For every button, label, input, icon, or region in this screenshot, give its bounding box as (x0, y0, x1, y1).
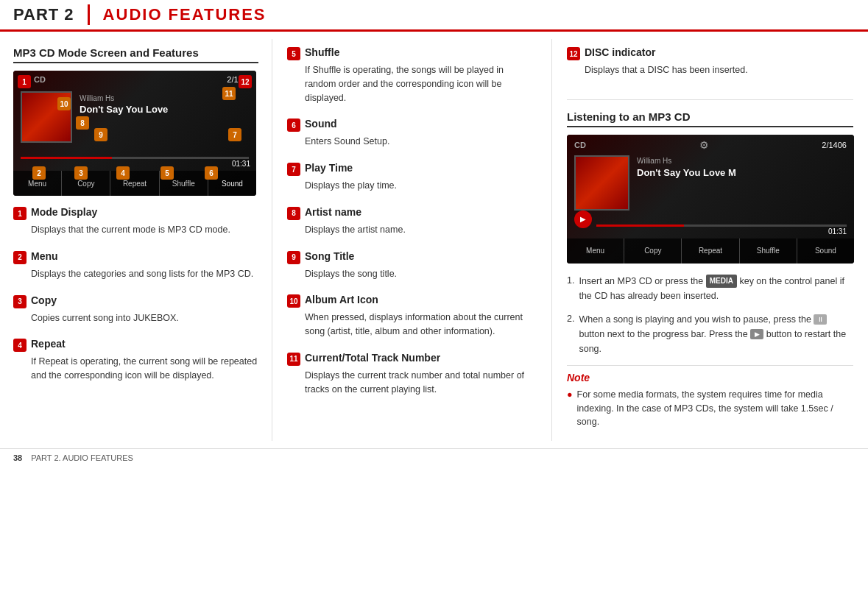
page-header: PART 2 AUDIO FEATURES (0, 0, 868, 32)
listen-progress-fill (596, 224, 684, 227)
middle-column: 5 Shuffle If Shuffle is operating, the s… (272, 39, 552, 441)
feature-7-name: Play Time (305, 162, 353, 174)
feature-4-badge: 4 (13, 339, 27, 352)
feature-4-name: Repeat (31, 338, 66, 350)
badge-4: 4 (116, 166, 130, 180)
feature-2-desc: Displays the categories and song lists f… (13, 267, 258, 281)
note-text-1: For some media formats, the system requi… (577, 388, 853, 429)
step-2-text: When a song is playing and you wish to p… (579, 312, 853, 356)
page-number: 38 (13, 453, 22, 462)
mp3-screen: 1 12 11 10 8 9 7 CD 2/1406 William Hs (13, 71, 256, 196)
step-2: 2. When a song is playing and you wish t… (567, 312, 853, 356)
disc-section: 12 DISC indicator Displays that a DISC h… (567, 46, 853, 100)
feature-2-badge: 2 (13, 251, 27, 264)
note-bullet: ● (567, 388, 573, 429)
feature-1-badge: 1 (13, 207, 27, 220)
pause-btn-icon: ⏸ (814, 314, 827, 325)
feature-8-badge: 8 (287, 207, 300, 220)
listen-btn-repeat[interactable]: Repeat (682, 238, 739, 264)
feature-1: 1 Mode Display Displays that the current… (13, 206, 258, 237)
feature-5-name: Shuffle (305, 46, 339, 58)
screen-btn-repeat-label: Repeat (123, 180, 147, 188)
feature-5-badge: 5 (287, 47, 300, 60)
feature-11-header: 11 Current/Total Track Number (287, 352, 537, 366)
screen-music-note: ♪ (80, 116, 252, 124)
feature-7-header: 7 Play Time (287, 162, 537, 176)
listen-cd-label: CD (574, 141, 586, 149)
feature-4-desc: If Repeat is operating, the current song… (13, 355, 258, 383)
feature-3-header: 3 Copy (13, 294, 258, 308)
badge-12: 12 (239, 75, 252, 88)
left-column: MP3 CD Mode Screen and Features 1 12 11 … (0, 39, 272, 441)
feature-2-name: Menu (31, 250, 58, 262)
screen-song-title: Don't Say You Love (80, 104, 252, 115)
note-title: Note (567, 372, 853, 383)
feature-8: 8 Artist name Displays the artist name. (287, 206, 537, 237)
feature-5-header: 5 Shuffle (287, 46, 537, 60)
feature-1-name: Mode Display (31, 206, 97, 218)
step-1-text: Insert an MP3 CD or press the MEDIA key … (579, 274, 853, 303)
feature-12-header: 12 DISC indicator (567, 46, 853, 60)
listen-play-btn[interactable]: ▶ (574, 211, 592, 228)
feature-3-name: Copy (31, 294, 57, 306)
feature-1-desc: Displays that the current mode is MP3 CD… (13, 223, 258, 237)
listen-btn-menu[interactable]: Menu (567, 238, 624, 264)
feature-12: 12 DISC indicator Displays that a DISC h… (567, 46, 853, 77)
listen-screen-top: CD ⚙ 2/1406 (574, 139, 847, 151)
feature-8-name: Artist name (305, 206, 361, 218)
listening-section-title: Listening to an MP3 CD (567, 110, 853, 127)
feature-3: 3 Copy Copies current song into JUKEBOX. (13, 294, 258, 325)
footer-section: PART 2. AUDIO FEATURES (31, 453, 133, 462)
screen-cd-label: CD (34, 75, 46, 84)
feature-11-desc: Displays the current track number and to… (287, 369, 537, 397)
feature-10-desc: When pressed, displays information about… (287, 311, 537, 339)
feature-7-desc: Displays the play time. (287, 179, 537, 193)
listen-btn-shuffle[interactable]: Shuffle (740, 238, 797, 264)
screen-progress-fill (21, 157, 112, 159)
feature-2-header: 2 Menu (13, 250, 258, 264)
right-column: 12 DISC indicator Displays that a DISC h… (552, 39, 868, 441)
feature-5-desc: If Shuffle is operating, the songs will … (287, 63, 537, 105)
screen-btn-sound-label: Sound (222, 180, 243, 188)
feature-10-name: Album Art Icon (305, 294, 378, 305)
feature-12-name: DISC indicator (585, 46, 655, 58)
feature-8-desc: Displays the artist name. (287, 223, 537, 237)
step-2-num: 2. (567, 312, 574, 356)
badge-1: 1 (18, 75, 31, 88)
listen-album-art (574, 155, 629, 211)
note-section: Note ● For some media formats, the syste… (567, 365, 853, 429)
listen-btn-sound[interactable]: Sound (797, 238, 854, 264)
feature-10: 10 Album Art Icon When pressed, displays… (287, 294, 537, 339)
feature-12-desc: Displays that a DISC has been inserted. (567, 63, 853, 77)
listen-song-title: Don't Say You Love M (637, 167, 847, 178)
feature-7-badge: 7 (287, 163, 300, 176)
header-divider-bar (88, 4, 90, 25)
listen-song-info: William Hs Don't Say You Love M (637, 157, 847, 178)
feature-6-name: Sound (305, 118, 337, 130)
header-section: AUDIO FEATURES (103, 5, 267, 24)
listen-btn-sound-label: Sound (815, 247, 836, 255)
left-section-title: MP3 CD Mode Screen and Features (13, 46, 258, 63)
listen-progress-track (596, 224, 847, 227)
listen-btn-shuffle-label: Shuffle (757, 247, 780, 255)
feature-4-header: 4 Repeat (13, 338, 258, 352)
feature-4: 4 Repeat If Repeat is operating, the cur… (13, 338, 258, 383)
step-1: 1. Insert an MP3 CD or press the MEDIA k… (567, 274, 853, 303)
listen-btn-copy[interactable]: Copy (624, 238, 682, 264)
feature-3-badge: 3 (13, 295, 27, 308)
listen-time: 01:31 (828, 227, 847, 236)
screen-bottom-bar: Menu 2 3 4 5 6 Copy Repeat Shuf (13, 171, 256, 196)
media-badge: MEDIA (706, 275, 737, 288)
listen-artist: William Hs (637, 157, 847, 165)
feature-10-header: 10 Album Art Icon (287, 294, 537, 308)
screen-btn-shuffle-label: Shuffle (172, 180, 195, 188)
feature-9-name: Song Title (305, 250, 354, 262)
listen-btn-copy-label: Copy (644, 247, 661, 255)
badge-9: 9 (94, 128, 107, 141)
screen-btn-copy-label: Copy (77, 180, 94, 188)
feature-9-badge: 9 (287, 251, 300, 264)
step-1-num: 1. (567, 274, 574, 303)
feature-6-badge: 6 (287, 119, 300, 132)
feature-3-desc: Copies current song into JUKEBOX. (13, 311, 258, 325)
feature-6-header: 6 Sound (287, 118, 537, 132)
